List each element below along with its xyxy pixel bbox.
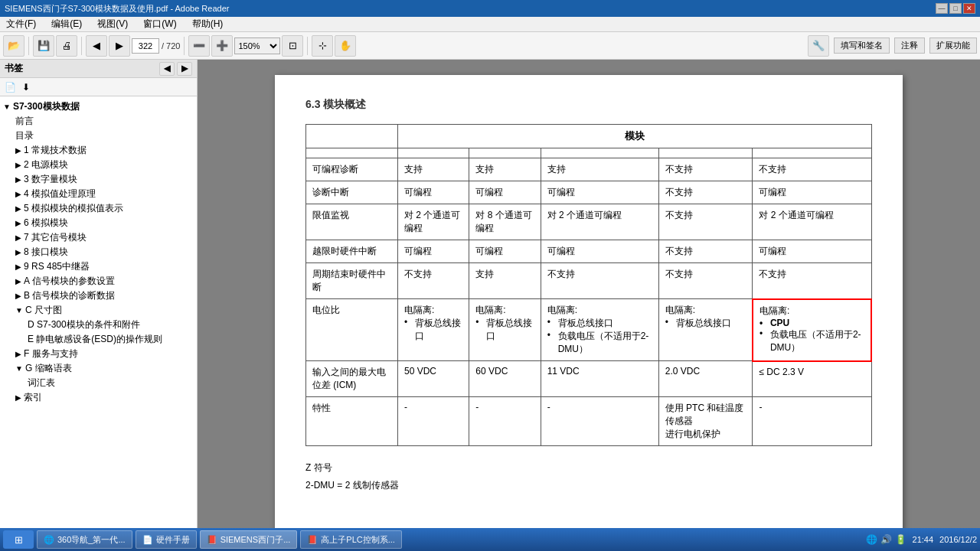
tree-item-chG[interactable]: ▼ G 缩略语表 [0,361,197,376]
sidebar-collapse-button[interactable]: ◀ [159,62,175,76]
tree-item-ch2[interactable]: ▶ 2 电源模块 [0,158,197,172]
row-cell: - [398,397,469,446]
row-cell: - [753,397,871,446]
bookmark-tree: ▼ S7-300模块数据 前言 目录 ▶ 1 常规技术数据 ▶ 2 电源模块 ▶… [0,96,197,534]
pdf-page: 6.3 模块概述 模块 [275,75,903,534]
sep2 [81,37,82,55]
fill-sign-button[interactable]: 填写和签名 [834,37,890,54]
table-row-potential: 电位比 电隔离: 背板总线接口 电隔离: 背板总线接口 [306,299,872,361]
tree-item-ch4[interactable]: ▶ 4 模拟值处理原理 [0,187,197,201]
hand-tool-button[interactable]: ✋ [335,35,356,57]
sidebar-sort-icon[interactable]: ⬇ [21,80,31,94]
expand-arrow: ▼ [15,306,23,315]
zoom-out-button[interactable]: ➖ [188,35,210,57]
tree-item-ch9[interactable]: ▶ 9 RS 485中继器 [0,259,197,274]
tree-item-chF[interactable]: ▶ F 服务与支持 [0,347,197,361]
taskbar-time: 21:44 [913,535,934,544]
tree-item-ch8[interactable]: ▶ 8 接口模块 [0,245,197,259]
row-cell: 不支持 [658,204,753,240]
sep1 [28,37,29,55]
tree-item-ch7[interactable]: ▶ 7 其它信号模块 [0,230,197,245]
expand-arrow: ▶ [15,175,21,184]
row-cell: 可编程 [398,240,469,263]
row-cell: 50 VDC [398,361,469,397]
row-cell: 电隔离: 背板总线接口 负载电压（不适用于2-DMU） [541,299,658,361]
titlebar: SIEMENS西门子S7-300模块数据及使用.pdf - Adobe Read… [0,0,980,17]
save-button[interactable]: 💾 [33,35,54,57]
close-button[interactable]: ✕ [963,3,975,14]
tree-item-chC[interactable]: ▼ C 尺寸图 [0,303,197,318]
tree-item-chB[interactable]: ▶ B 信号模块的诊断数据 [0,289,197,303]
sep3 [184,37,185,55]
taskbar-siemens-button[interactable]: 📕 SIEMENS西门子... [200,530,298,549]
row-label: 诊断中断 [306,181,398,204]
table-row: 输入之间的最大电位差 (ICM) 50 VDC 60 VDC 11 VDC 2.… [306,361,872,397]
tree-item-index[interactable]: ▶ 索引 [0,390,197,405]
menu-file[interactable]: 文件(F) [3,16,39,32]
row-cell: 支持 [469,263,541,299]
menu-edit[interactable]: 编辑(E) [48,16,85,32]
row-cell: 可编程 [541,240,658,263]
taskbar-ie-button[interactable]: 🌐 360导航_第一代... [37,530,132,549]
row-label: 电位比 [306,299,398,361]
sidebar-header: 书签 ◀ ▶ [0,60,197,78]
doc-icon: 📄 [142,535,153,545]
row-cell: 对 2 个通道可编程 [753,204,871,240]
tree-item-chE[interactable]: E 静电敏感设备(ESD)的操作规则 [0,332,197,347]
row-cell: 可编程 [398,181,469,204]
print-button[interactable]: 🖨 [56,35,77,57]
menu-window[interactable]: 窗口(W) [140,16,179,32]
menu-help[interactable]: 帮助(H) [189,16,227,32]
taskbar-hardware-button[interactable]: 📄 硬件手册 [136,530,197,549]
tree-item-chD[interactable]: D S7-300模块的条件和附件 [0,318,197,332]
expand-arrow: ▶ [15,146,21,155]
start-button[interactable]: ⊞ [3,530,34,549]
fit-page-button[interactable]: ⊡ [282,35,303,57]
row-cell: 11 VDC [541,361,658,397]
pdf-content[interactable]: 6.3 模块概述 模块 [198,60,980,534]
comment-button[interactable]: 注释 [894,37,925,54]
minimize-button[interactable]: — [936,3,948,14]
menubar: 文件(F) 编辑(E) 视图(V) 窗口(W) 帮助(H) [0,17,980,32]
zoom-select[interactable]: 150% 100% 200% [234,37,280,54]
expand-arrow: ▶ [15,262,21,271]
tree-item-ch5[interactable]: ▶ 5 模拟模块的模拟值表示 [0,201,197,216]
tree-item-preface[interactable]: 前言 [0,114,197,129]
next-page-button[interactable]: ▶ [109,35,130,57]
tree-item-ch6[interactable]: ▶ 6 模拟模块 [0,216,197,230]
expand-arrow: ▶ [15,161,21,169]
row-cell: 支持 [398,158,469,181]
prev-page-button[interactable]: ◀ [86,35,107,57]
sidebar-expand-button[interactable]: ▶ [177,62,192,76]
row-cell: 电隔离: 背板总线接口 [469,299,541,361]
tree-item-glossary[interactable]: 词汇表 [0,376,197,390]
row-cell-cpu: 电隔离: CPU 负载电压（不适用于2-DMU） [753,299,871,361]
row-cell: 支持 [541,158,658,181]
maximize-button[interactable]: □ [949,3,962,14]
expand-arrow: ▶ [15,248,21,256]
row-cell: 对 8 个通道可编程 [469,204,541,240]
row-label: 特性 [306,397,398,446]
page-input[interactable] [132,38,159,54]
row-label: 限值监视 [306,204,398,240]
expand-arrow: ▶ [15,219,21,227]
expand-arrow: ▼ [3,103,11,111]
tree-item-ch3[interactable]: ▶ 3 数字量模块 [0,172,197,187]
sidebar-new-icon[interactable]: 📄 [3,80,18,94]
sidebar-title: 书签 [5,62,23,75]
menu-view[interactable]: 视图(V) [94,16,131,32]
tree-item-chA[interactable]: ▶ A 信号模块的参数设置 [0,274,197,289]
zoom-in-button[interactable]: ➕ [211,35,233,57]
tree-item-s7300[interactable]: ▼ S7-300模块数据 [0,99,197,114]
open-button[interactable]: 📂 [3,35,24,57]
select-tool-button[interactable]: ⊹ [312,35,333,57]
tree-item-toc[interactable]: 目录 [0,129,197,143]
extend-button[interactable]: 扩展功能 [929,37,977,54]
row-label: 可编程诊断 [306,158,398,181]
tree-item-ch1[interactable]: ▶ 1 常规技术数据 [0,143,197,158]
table-row: 特性 - - - 使用 PTC 和硅温度传感器 进行电机保护 - [306,397,872,446]
right-tools: 🔧 填写和签名 注释 扩展功能 [808,35,977,57]
taskbar-plc-button[interactable]: 📕 高上子PLC控制系... [300,530,402,549]
tools-button[interactable]: 🔧 [808,35,829,57]
row-cell: - [541,397,658,446]
